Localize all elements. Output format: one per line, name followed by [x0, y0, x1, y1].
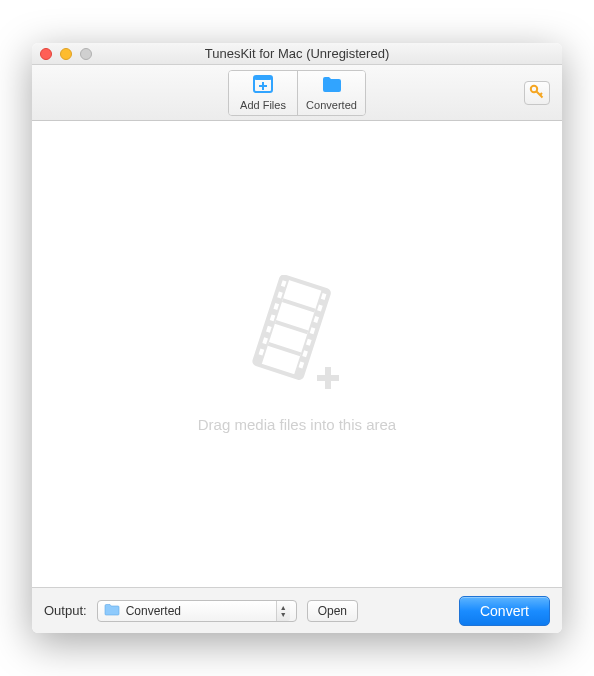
register-button[interactable]: [524, 81, 550, 105]
add-files-label: Add Files: [240, 99, 286, 111]
minimize-window-button[interactable]: [60, 48, 72, 60]
traffic-lights: [32, 48, 92, 60]
converted-button[interactable]: Converted: [297, 71, 365, 115]
converted-label: Converted: [306, 99, 357, 111]
open-button[interactable]: Open: [307, 600, 358, 622]
toolbar-group: Add Files Converted: [228, 70, 366, 116]
svg-rect-8: [254, 276, 290, 366]
app-window: TunesKit for Mac (Unregistered) Add File…: [32, 43, 562, 633]
svg-rect-1: [254, 76, 272, 80]
close-window-button[interactable]: [40, 48, 52, 60]
svg-point-4: [531, 85, 537, 91]
open-button-label: Open: [318, 604, 347, 618]
convert-button-label: Convert: [480, 603, 529, 619]
folder-icon: [321, 74, 343, 97]
output-label: Output:: [44, 603, 87, 618]
add-files-button[interactable]: Add Files: [229, 71, 297, 115]
drag-hint-text: Drag media files into this area: [198, 416, 396, 433]
convert-button[interactable]: Convert: [459, 596, 550, 626]
output-folder-name: Converted: [126, 604, 270, 618]
bottom-bar: Output: Converted ▲▼ Open Convert: [32, 587, 562, 633]
drop-area[interactable]: Drag media files into this area: [32, 121, 562, 587]
select-stepper-icon: ▲▼: [276, 601, 290, 621]
titlebar[interactable]: TunesKit for Mac (Unregistered): [32, 43, 562, 65]
add-file-icon: [252, 74, 274, 97]
zoom-window-button[interactable]: [80, 48, 92, 60]
film-strip-icon: [242, 275, 352, 398]
svg-line-6: [540, 93, 542, 95]
toolbar: Add Files Converted: [32, 65, 562, 121]
output-folder-select[interactable]: Converted ▲▼: [97, 600, 297, 622]
folder-small-icon: [104, 603, 120, 619]
key-icon: [529, 84, 545, 103]
svg-line-26: [268, 344, 300, 355]
svg-line-24: [283, 300, 315, 311]
svg-rect-9: [294, 289, 330, 379]
window-title: TunesKit for Mac (Unregistered): [32, 46, 562, 61]
svg-line-25: [275, 322, 307, 333]
